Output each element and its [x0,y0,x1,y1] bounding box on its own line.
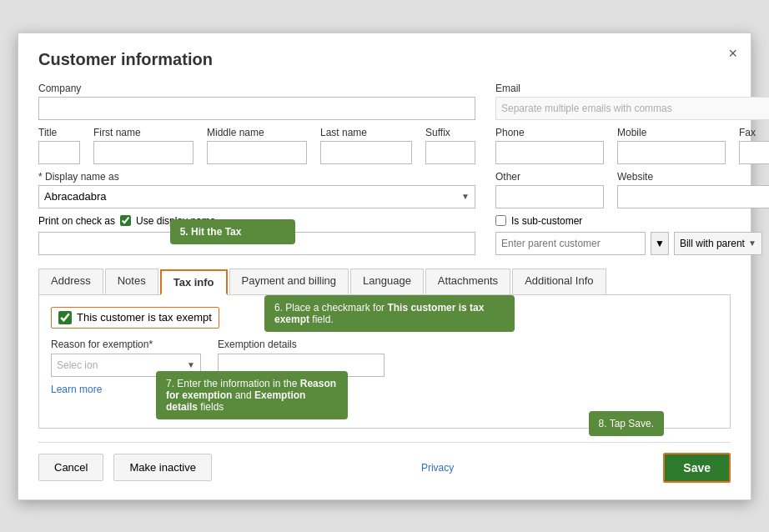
other-label: Other [495,171,604,183]
title-label: Title [38,127,80,138]
display-name-label: * Display name as [38,171,475,183]
company-input[interactable] [38,97,475,120]
footer-left: Cancel Make inactive [38,454,212,481]
tab-payment[interactable]: Payment and billing [229,269,349,294]
tax-exempt-checkbox[interactable] [58,311,72,324]
mname-label: Middle name [207,127,307,138]
email-input[interactable] [495,97,769,120]
mobile-label: Mobile [617,127,726,138]
tab-tax-info[interactable]: Tax info 5. Hit the Tax [160,269,228,295]
dialog-footer: Cancel Make inactive Privacy 8. Tap Save… [38,442,731,483]
tab-notes[interactable]: Notes [105,269,158,294]
bill-parent-arrow-icon: ▼ [748,238,756,248]
tabs-container: Address Notes Tax info 5. Hit the Tax Pa… [38,269,731,295]
step8-tooltip: 8. Tap Save. [589,411,665,436]
reason-label: Reason for exemption* [51,339,201,350]
email-label: Email [495,83,769,94]
sub-customer-checkbox[interactable] [495,215,506,226]
sub-customer-label: Is sub-customer [511,215,582,227]
exemption-details-label: Exemption details [218,339,384,350]
bill-with-parent-label: Bill with parent [680,238,745,249]
save-button[interactable]: Save [663,453,731,483]
footer-right: 8. Tap Save. Save [663,453,731,483]
title-input[interactable] [38,141,80,164]
customer-information-dialog: × Customer information Company Title [18,33,751,500]
parent-dropdown-arrow[interactable]: ▼ [651,232,669,255]
fname-input[interactable] [93,141,194,164]
display-name-select[interactable]: Abracadabra ▼ [38,185,475,208]
fax-label: Fax [739,127,769,138]
fax-input[interactable] [739,141,769,164]
cancel-button[interactable]: Cancel [38,454,103,481]
step5-tooltip: 5. Hit the Tax [170,219,295,244]
website-input[interactable] [617,185,769,208]
tab-additional-info[interactable]: Additional Info [512,269,606,294]
step7-tooltip: 7. Enter the information in the Reason f… [156,371,348,419]
tab-address[interactable]: Address [38,269,103,294]
tax-exempt-row: This customer is tax exempt [51,307,219,329]
reason-placeholder: Selec ion [57,359,98,371]
mobile-input[interactable] [617,141,726,164]
lname-input[interactable] [320,141,412,164]
dropdown-arrow-icon: ▼ [461,192,470,201]
phone-input[interactable] [495,141,604,164]
tab-language[interactable]: Language [350,269,424,294]
tax-exempt-label: This customer is tax exempt [77,311,212,324]
print-check-label: Print on check as [38,215,115,227]
tab-attachments[interactable]: Attachments [425,269,510,294]
phone-label: Phone [495,127,604,138]
bill-with-parent-dropdown[interactable]: Bill with parent ▼ [674,232,762,255]
mname-input[interactable] [207,141,307,164]
display-name-value: Abracadabra [44,190,106,203]
suffix-input[interactable] [425,141,475,164]
step6-tooltip: 6. Place a checkmark for This customer i… [264,295,515,332]
privacy-link[interactable]: Privacy [421,462,454,474]
exemption-fields: Reason for exemption* Selec ion ▼ Learn … [51,339,718,395]
dialog-title: Customer information [38,50,731,69]
company-label: Company [38,83,475,94]
lname-label: Last name [320,127,412,138]
reason-arrow-icon: ▼ [187,360,195,369]
tab-content-tax: This customer is tax exempt 6. Place a c… [38,295,731,429]
suffix-label: Suffix [425,127,475,138]
make-inactive-button[interactable]: Make inactive [113,454,211,481]
parent-customer-input[interactable] [495,232,646,255]
other-input[interactable] [495,185,604,208]
website-label: Website [617,171,769,183]
close-button[interactable]: × [728,45,737,63]
fname-label: First name [93,127,194,138]
use-display-name-checkbox[interactable] [120,215,131,226]
